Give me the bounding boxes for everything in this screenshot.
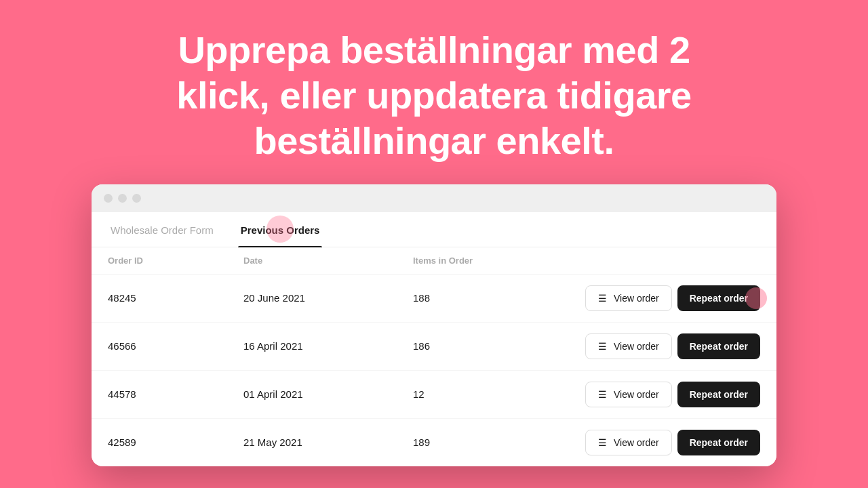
main-headline: Upprepa beställningar med 2 klick, eller… [81,27,787,164]
action-buttons: ☰ View order Repeat order [543,333,760,359]
view-order-button[interactable]: ☰ View order [585,430,672,455]
table-row: 48245 20 June 2021 188 ☰ View order Repe… [92,274,776,323]
tab-wholesale[interactable]: Wholesale Order Form [108,212,216,247]
col-header-date: Date [243,256,413,266]
col-header-items: Items in Order [413,256,543,266]
repeat-order-button[interactable]: Repeat order [677,430,760,455]
date-cell: 21 May 2021 [243,436,413,448]
list-icon: ☰ [598,293,607,304]
repeat-order-button[interactable]: Repeat order [677,285,760,311]
order-id-cell: 42589 [108,436,243,448]
action-buttons: ☰ View order Repeat order [543,430,760,455]
col-header-order-id: Order ID [108,256,243,266]
order-id-cell: 44578 [108,388,243,400]
list-icon: ☰ [598,341,607,352]
table-row: 42589 21 May 2021 189 ☰ View order Repea… [92,419,776,466]
browser-chrome [92,184,776,212]
repeat-order-button[interactable]: Repeat order [677,333,760,359]
browser-dot-red [104,194,113,203]
tab-previous-orders[interactable]: Previous Orders [238,212,323,247]
items-cell: 186 [413,340,543,352]
date-cell: 16 April 2021 [243,340,413,352]
app-container: Wholesale Order Form Previous Orders Ord… [92,212,776,466]
view-order-button[interactable]: ☰ View order [585,333,672,359]
action-buttons: ☰ View order Repeat order [543,382,760,407]
headline-section: Upprepa beställningar med 2 klick, eller… [0,0,868,184]
date-cell: 20 June 2021 [243,292,413,304]
browser-dot-yellow [118,194,127,203]
date-cell: 01 April 2021 [243,388,413,400]
col-header-actions2 [652,256,760,266]
tabs-bar: Wholesale Order Form Previous Orders [92,212,776,247]
browser-window: Wholesale Order Form Previous Orders Ord… [92,184,776,466]
order-id-cell: 46566 [108,340,243,352]
col-header-actions1 [543,256,652,266]
repeat-cursor [745,287,767,309]
table-row: 46566 16 April 2021 186 ☰ View order Rep… [92,323,776,371]
list-icon: ☰ [598,389,607,400]
items-cell: 189 [413,436,543,448]
browser-dot-green [132,194,141,203]
items-cell: 188 [413,292,543,304]
items-cell: 12 [413,388,543,400]
repeat-order-button[interactable]: Repeat order [677,382,760,407]
view-order-button[interactable]: ☰ View order [585,382,672,407]
table-header: Order ID Date Items in Order [92,247,776,274]
table-row: 44578 01 April 2021 12 ☰ View order Repe… [92,371,776,419]
view-order-button[interactable]: ☰ View order [585,285,672,311]
list-icon: ☰ [598,437,607,448]
action-buttons: ☰ View order Repeat order [543,285,760,311]
order-id-cell: 48245 [108,292,243,304]
